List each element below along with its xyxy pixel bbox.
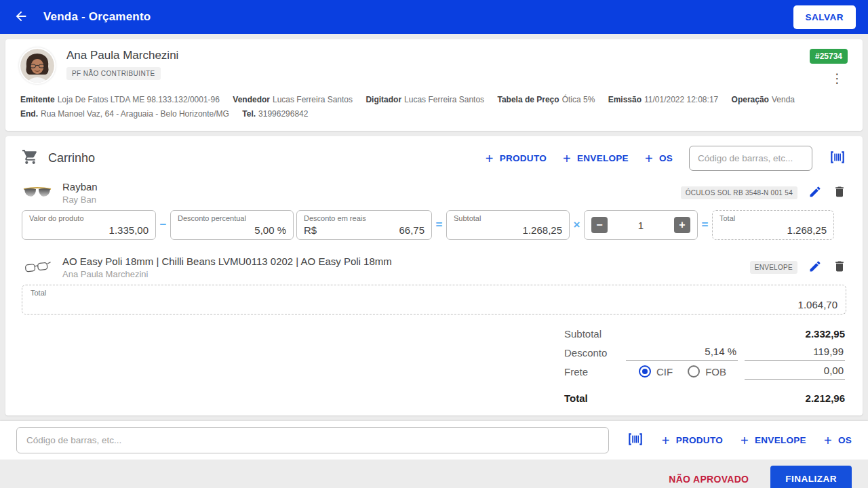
detail-endereco: End.Rua Manoel Vaz, 64 - Araguaia - Belo… xyxy=(20,109,229,119)
finalize-button[interactable]: FINALIZAR xyxy=(770,466,852,488)
footer-add-product-button[interactable]: +PRODUTO xyxy=(662,434,723,447)
footer-barcode-scan-button[interactable] xyxy=(627,430,644,450)
summary-discount-row: Desconto xyxy=(564,343,845,362)
add-os-button[interactable]: +OS xyxy=(645,152,673,165)
add-product-button[interactable]: +PRODUTO xyxy=(486,152,547,165)
freight-cif-label: CIF xyxy=(656,366,673,378)
arrow-left-icon xyxy=(14,9,28,26)
operator-equals: = xyxy=(435,218,443,232)
barcode-icon xyxy=(627,430,644,450)
plus-icon: + xyxy=(486,152,494,165)
increment-button[interactable]: + xyxy=(674,217,690,233)
summary-freight-row: Frete CIF FOB xyxy=(564,362,845,381)
quantity-value[interactable]: 1 xyxy=(638,220,644,231)
plus-icon: + xyxy=(662,434,670,447)
detail-vendedor: VendedorLucas Ferreira Santos xyxy=(233,95,353,104)
detail-telefone: Tel.31996296842 xyxy=(242,109,308,119)
detail-operacao: OperaçãoVenda xyxy=(732,95,795,104)
operator-minus: − xyxy=(159,218,167,232)
product-subtitle: Ray Ban xyxy=(62,195,98,205)
back-button[interactable] xyxy=(12,8,30,26)
barcode-scan-button[interactable] xyxy=(829,148,846,168)
customer-details-line2: End.Rua Manoel Vaz, 64 - Araguaia - Belo… xyxy=(20,107,848,121)
pencil-icon xyxy=(808,260,822,275)
footer-add-envelope-button[interactable]: +ENVELOPE xyxy=(741,434,806,447)
freight-cif-radio[interactable] xyxy=(639,365,651,378)
product-name: AO Easy Poli 18mm | Chilli Beans LVMU011… xyxy=(62,256,392,267)
customer-details-line1: EmitenteLoja De Fatos LTDA ME 98.133.132… xyxy=(20,93,848,107)
minus-icon: − xyxy=(596,220,602,230)
cart-item-row-2: AO Easy Poli 18mm | Chilli Beans LVMU011… xyxy=(5,252,863,282)
product-thumbnail-glasses xyxy=(22,260,53,274)
discount-percent-field[interactable]: Desconto percentual 5,00 % xyxy=(170,210,294,240)
product-tag: ENVELOPE xyxy=(750,261,797,274)
save-button[interactable]: SALVAR xyxy=(793,5,856,29)
page-title: Venda - Orçamento xyxy=(43,10,151,24)
avatar xyxy=(20,49,54,83)
cart-summary: Subtotal 2.332,95 Desconto Frete CIF FOB… xyxy=(564,324,845,407)
trash-icon xyxy=(833,260,846,275)
edit-item-button[interactable] xyxy=(808,260,822,275)
cart-item-row-1: Rayban Ray Ban ÓCULOS SOL RB 3548-N 001 … xyxy=(5,178,863,207)
detail-tabela-preco: Tabela de PreçoÓtica 5% xyxy=(497,95,595,104)
plus-icon: + xyxy=(824,434,832,447)
customer-tax-badge: PF NÃO CONTRIBUINTE xyxy=(66,67,161,80)
freight-fob-label: FOB xyxy=(705,366,726,378)
plus-icon: + xyxy=(563,152,571,165)
kebab-menu-button[interactable]: ⋮ xyxy=(831,72,844,85)
summary-total-row: Total 2.212,96 xyxy=(564,388,845,407)
add-envelope-button[interactable]: +ENVELOPE xyxy=(563,152,629,165)
cart-barcode-input[interactable] xyxy=(689,146,812,171)
detail-emissao: Emissão11/01/2022 12:08:17 xyxy=(608,95,719,104)
approval-status-text: NÃO APROVADO xyxy=(669,474,749,485)
trash-icon xyxy=(833,185,846,201)
summary-subtotal-row: Subtotal 2.332,95 xyxy=(564,324,845,343)
barcode-icon xyxy=(829,148,846,168)
envelope-total-field: Total 1.064,70 xyxy=(22,285,846,314)
item-subtotal-field[interactable]: Subtotal 1.268,25 xyxy=(446,210,570,240)
bottom-action-bar: +PRODUTO +ENVELOPE +OS xyxy=(0,421,868,460)
product-price-field[interactable]: Valor do produto 1.335,00 xyxy=(22,210,156,240)
cart-card: Carrinho +PRODUTO +ENVELOPE +OS Rayban xyxy=(5,136,863,415)
order-number-badge: #25734 xyxy=(810,49,848,64)
pencil-icon xyxy=(808,185,822,201)
freight-fob-radio[interactable] xyxy=(688,365,700,378)
quantity-stepper: − 1 + xyxy=(584,210,698,240)
footer-status-row: NÃO APROVADO FINALIZAR xyxy=(0,460,868,488)
cart-icon xyxy=(22,148,39,168)
operator-times: × xyxy=(572,218,581,232)
delete-item-button[interactable] xyxy=(833,185,846,201)
top-bar: Venda - Orçamento SALVAR xyxy=(0,0,868,34)
delete-item-button[interactable] xyxy=(833,260,846,275)
discount-value-input[interactable] xyxy=(745,344,845,361)
customer-name: Ana Paula Marchezini xyxy=(66,49,178,62)
product-tag: ÓCULOS SOL RB 3548-N 001 54 xyxy=(681,186,797,199)
customer-card: Ana Paula Marchezini PF NÃO CONTRIBUINTE… xyxy=(5,39,863,131)
cart-title: Carrinho xyxy=(48,151,95,165)
edit-item-button[interactable] xyxy=(808,185,822,201)
detail-emitente: EmitenteLoja De Fatos LTDA ME 98.133.132… xyxy=(20,95,220,104)
plus-icon: + xyxy=(741,434,749,447)
product-name: Rayban xyxy=(62,181,98,192)
discount-reais-field[interactable]: Desconto em reais R$66,75 xyxy=(296,210,432,240)
footer-barcode-input[interactable] xyxy=(16,427,609,453)
summary-total-value: 2.212,96 xyxy=(806,392,845,404)
summary-subtotal-value: 2.332,95 xyxy=(806,328,845,340)
operator-equals: = xyxy=(701,218,709,232)
kebab-icon: ⋮ xyxy=(831,71,844,85)
plus-icon: + xyxy=(679,220,685,230)
footer-add-os-button[interactable]: +OS xyxy=(824,434,852,447)
product-thumbnail-sunglasses xyxy=(22,186,53,199)
detail-digitador: DigitadorLucas Ferreira Santos xyxy=(366,95,484,104)
item-total-field: Total 1.268,25 xyxy=(712,210,834,240)
discount-percent-input[interactable] xyxy=(626,344,738,361)
item-calculation-row: Valor do produto 1.335,00 − Desconto per… xyxy=(5,207,863,247)
currency-prefix: R$ xyxy=(304,224,317,236)
product-subtitle: Ana Paula Marchezini xyxy=(62,269,392,279)
freight-value-input[interactable] xyxy=(745,363,845,380)
customer-details: EmitenteLoja De Fatos LTDA ME 98.133.132… xyxy=(20,93,848,121)
plus-icon: + xyxy=(645,152,653,165)
decrement-button[interactable]: − xyxy=(591,217,608,233)
